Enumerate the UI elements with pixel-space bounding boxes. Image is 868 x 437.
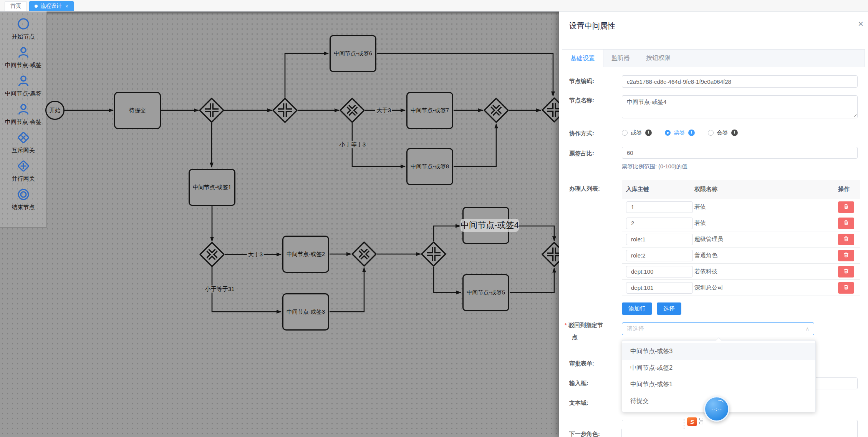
task-node[interactable]: 中间节点-或签5	[462, 274, 509, 311]
reject-option-1[interactable]: 中间节点-或签2	[622, 360, 815, 376]
radio-icon[interactable]	[708, 130, 714, 136]
flow-node-n6[interactable]: 中间节点-或签6	[330, 35, 376, 72]
drawer-close-icon[interactable]: ×	[858, 19, 863, 28]
ime-drag-handle[interactable]	[684, 419, 685, 429]
palette-item-4[interactable]: 互斥网关	[0, 131, 46, 154]
parallel-gateway-icon[interactable]	[272, 97, 298, 124]
assignee-key-input[interactable]: dept:100	[626, 266, 693, 277]
flow-node-gwx-top[interactable]	[339, 97, 366, 125]
flow-node-gwx-lower[interactable]	[199, 241, 225, 269]
user-icon	[17, 102, 30, 118]
flow-node-n8[interactable]: 中间节点-或签8	[406, 148, 453, 185]
flow-node-n7[interactable]: 中间节点-或签7	[406, 92, 453, 129]
palette-item-2[interactable]: 中间节点-票签	[0, 74, 46, 97]
radio-icon[interactable]	[665, 130, 671, 136]
palette-item-label: 中间节点-票签	[5, 90, 41, 97]
gateway-plus-icon	[17, 159, 30, 174]
info-icon[interactable]: !	[645, 130, 652, 136]
task-node[interactable]: 中间节点-或签7	[406, 92, 453, 129]
coop-radio-2[interactable]: 会签!	[708, 129, 738, 136]
ime-mini-icons[interactable]	[699, 418, 703, 424]
drawer-tab-2[interactable]: 按钮权限	[638, 50, 679, 67]
textarea-field[interactable]	[622, 420, 858, 437]
edge-condition-label: 小于等于3	[338, 141, 367, 148]
trash-icon	[843, 236, 849, 243]
ratio-hint: 票签比例范围: (0-100)的值	[622, 163, 687, 170]
palette-item-3[interactable]: 中间节点-会签	[0, 102, 46, 126]
tab-home[interactable]: 首页	[5, 1, 27, 11]
sogou-logo-icon[interactable]: S	[687, 417, 697, 426]
start-node[interactable]: 开始	[45, 101, 65, 120]
delete-row-button[interactable]	[838, 266, 854, 277]
node-code-input[interactable]: c2a51788-cd8c-464d-9fe8-1f9e0a064f28	[622, 75, 858, 88]
tab-close-icon[interactable]: ×	[65, 3, 68, 9]
palette-item-label: 结束节点	[12, 204, 35, 211]
task-node[interactable]: 中间节点-或签8	[406, 148, 453, 185]
input-field-label: 输入框:	[569, 380, 588, 387]
reject-option-0[interactable]: 中间节点-或签3	[622, 343, 815, 360]
task-node[interactable]: 中间节点-或签2	[282, 236, 329, 273]
flow-node-start[interactable]: 开始	[45, 101, 65, 120]
reject-node-select[interactable]: 请选择 ∧	[622, 322, 814, 335]
exclusive-gateway-icon[interactable]	[199, 241, 225, 268]
exclusive-gateway-icon[interactable]	[483, 97, 510, 124]
drawer-tab-1[interactable]: 监听器	[603, 50, 638, 67]
flow-node-gwp-lower[interactable]	[420, 241, 447, 269]
node-code-value: c2a51788-cd8c-464d-9fe8-1f9e0a064f28	[627, 78, 731, 85]
tab-flow-design[interactable]: 流程设计 ×	[29, 1, 74, 11]
edge-condition-label: 小于等于31	[204, 286, 236, 293]
drawer-tab-0[interactable]: 基础设置	[562, 50, 603, 67]
add-row-button[interactable]: 添加行	[622, 302, 652, 315]
delete-row-button[interactable]	[838, 218, 854, 229]
exclusive-gateway-icon[interactable]	[351, 241, 378, 268]
assistant-ball[interactable]: --:--	[704, 396, 729, 422]
pick-button[interactable]: 选择	[657, 302, 681, 315]
assignee-key-input[interactable]: 1	[626, 201, 693, 213]
palette-item-5[interactable]: 并行网关	[0, 159, 46, 183]
trash-icon	[843, 203, 849, 211]
assignee-key-input[interactable]: 2	[626, 218, 693, 229]
assignee-row-4: dept:100 若依科技	[622, 264, 860, 280]
ime-toolbar[interactable]: S	[684, 417, 703, 429]
trash-icon	[843, 268, 849, 275]
exclusive-gateway-icon[interactable]	[339, 97, 366, 124]
delete-row-button[interactable]	[838, 282, 854, 294]
flow-node-submit[interactable]: 待提交	[114, 92, 161, 129]
info-icon[interactable]: !	[731, 130, 738, 136]
delete-row-button[interactable]	[838, 201, 854, 213]
palette-item-6[interactable]: 结束节点	[0, 188, 46, 211]
coop-radio-1[interactable]: 票签!	[665, 129, 695, 136]
resize-handle-icon[interactable]	[852, 113, 856, 117]
delete-row-button[interactable]	[838, 250, 854, 261]
info-icon[interactable]: !	[688, 130, 695, 136]
reject-label: * 驳回到指定节	[565, 322, 603, 329]
task-node[interactable]: 中间节点-或签3	[282, 293, 329, 331]
task-node[interactable]: 中间节点-或签6	[330, 35, 376, 72]
radio-icon[interactable]	[622, 130, 628, 136]
palette-item-1[interactable]: 中间节点-或签	[0, 45, 46, 69]
task-node[interactable]: 中间节点-或签1	[189, 169, 235, 206]
palette-item-0[interactable]: 开始节点	[0, 17, 46, 40]
assignee-key-input[interactable]: role:2	[626, 250, 693, 261]
flow-node-gw2[interactable]	[272, 97, 298, 125]
flow-node-gw1[interactable]	[198, 97, 225, 125]
flow-node-n3[interactable]: 中间节点-或签3	[282, 293, 329, 331]
flow-node-n5[interactable]: 中间节点-或签5	[462, 274, 509, 311]
assignee-key-input[interactable]: dept:101	[626, 282, 693, 294]
task-node[interactable]: 待提交	[114, 92, 161, 129]
coop-radio-0[interactable]: 或签!	[622, 129, 652, 136]
parallel-gateway-icon[interactable]	[198, 97, 225, 124]
flow-node-n2[interactable]: 中间节点-或签2	[282, 236, 329, 273]
flow-node-n1[interactable]: 中间节点-或签1	[189, 169, 235, 206]
ime-keyboard-icon	[699, 422, 703, 424]
assignee-row-3: role:2 普通角色	[622, 248, 860, 264]
flow-node-gwx-right[interactable]	[483, 97, 510, 125]
ratio-input[interactable]: 60	[622, 147, 858, 159]
reject-option-2[interactable]: 中间节点-或签1	[622, 376, 815, 393]
delete-row-button[interactable]	[838, 234, 854, 245]
node-name-textarea[interactable]: 中间节点-或签4	[622, 95, 858, 118]
flow-node-n4[interactable]: 中间节点-或签4	[462, 207, 509, 244]
parallel-gateway-icon[interactable]	[420, 241, 447, 268]
flow-node-gwx-mid[interactable]	[351, 241, 378, 269]
assignee-key-input[interactable]: role:1	[626, 234, 693, 245]
